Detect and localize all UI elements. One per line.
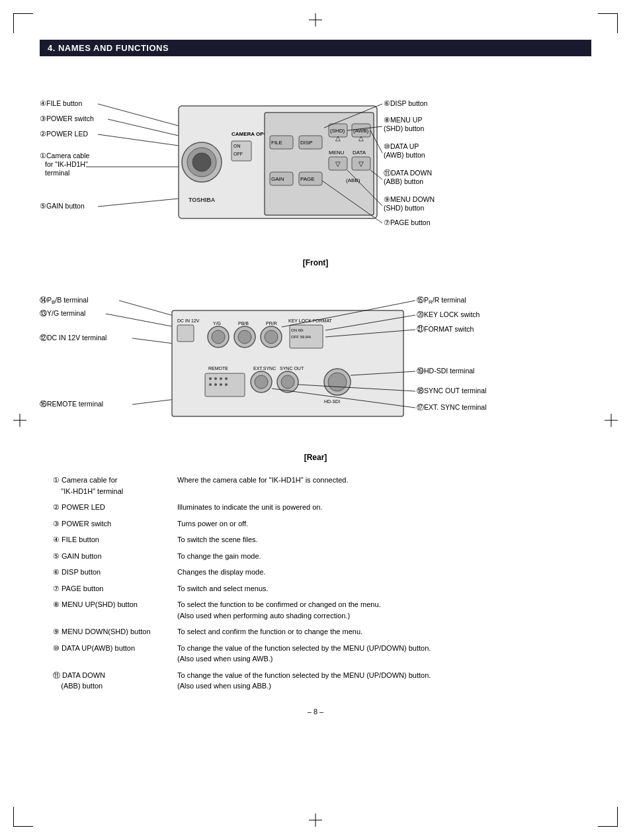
desc-row-8: ⑧ MENU UP(SHD) buttonTo select the funct… bbox=[40, 596, 591, 624]
svg-text:③POWER switch: ③POWER switch bbox=[40, 115, 94, 122]
crosshair-top bbox=[309, 13, 322, 26]
svg-text:DC IN 12V: DC IN 12V bbox=[177, 318, 200, 323]
desc-label: ⑩ DATA UP(AWB) button bbox=[40, 640, 172, 667]
svg-point-97 bbox=[209, 383, 212, 386]
rear-diagram-title: [Rear] bbox=[40, 453, 591, 462]
svg-point-96 bbox=[225, 377, 228, 380]
svg-text:⑬Y/G terminal: ⑬Y/G terminal bbox=[40, 309, 85, 317]
desc-text: To change the value of the function sele… bbox=[172, 667, 591, 694]
desc-text: To switch and select menus. bbox=[172, 581, 591, 597]
corner-mark-tr bbox=[598, 13, 618, 33]
svg-point-93 bbox=[209, 377, 212, 380]
description-table: ① Camera cable for "IK-HD1H" terminalWhe… bbox=[40, 472, 591, 694]
svg-text:⑱SYNC OUT terminal: ⑱SYNC OUT terminal bbox=[417, 387, 486, 395]
svg-point-100 bbox=[225, 383, 228, 386]
svg-text:GAIN: GAIN bbox=[271, 176, 284, 182]
svg-line-9 bbox=[98, 104, 179, 126]
corner-mark-tl bbox=[13, 13, 33, 33]
svg-text:SYNC OUT: SYNC OUT bbox=[280, 366, 304, 371]
svg-text:(SHD) button: (SHD) button bbox=[384, 124, 424, 132]
svg-point-102 bbox=[255, 375, 268, 389]
svg-text:FILE: FILE bbox=[271, 140, 282, 146]
svg-text:TOSHIBA: TOSHIBA bbox=[189, 197, 216, 203]
svg-text:DATA: DATA bbox=[353, 150, 366, 156]
desc-text: Changes the display mode. bbox=[172, 564, 591, 581]
front-diagram-title: [Front] bbox=[40, 258, 591, 267]
svg-text:④FILE button: ④FILE button bbox=[40, 99, 82, 107]
svg-text:(ABB) button: (ABB) button bbox=[384, 177, 423, 185]
svg-text:⑯REMOTE terminal: ⑯REMOTE terminal bbox=[40, 400, 103, 408]
desc-text: To change the gain mode. bbox=[172, 548, 591, 565]
svg-text:⑩DATA UP: ⑩DATA UP bbox=[384, 142, 419, 150]
desc-row-6: ⑥ DISP buttonChanges the display mode. bbox=[40, 564, 591, 581]
svg-text:⑮PR/R terminal: ⑮PR/R terminal bbox=[417, 296, 466, 305]
desc-row-3: ③ POWER switchTurns power on or off. bbox=[40, 516, 591, 532]
desc-text: To switch the scene files. bbox=[172, 532, 591, 548]
desc-label: ① Camera cable for "IK-HD1H" terminal bbox=[40, 472, 172, 499]
svg-line-13 bbox=[98, 134, 179, 146]
desc-label: ⑪ DATA DOWN (ABB) button bbox=[40, 667, 172, 694]
svg-text:PR/R: PR/R bbox=[266, 321, 277, 326]
svg-text:△: △ bbox=[358, 134, 364, 142]
svg-point-99 bbox=[220, 383, 222, 386]
svg-text:①Camera cable: ①Camera cable bbox=[40, 152, 90, 160]
svg-point-95 bbox=[220, 377, 222, 380]
desc-text: To select the function to be confirmed o… bbox=[172, 596, 591, 624]
desc-label: ⑤ GAIN button bbox=[40, 548, 172, 565]
svg-text:PAGE: PAGE bbox=[300, 176, 315, 182]
corner-mark-bl bbox=[13, 807, 33, 827]
svg-text:ON: ON bbox=[233, 144, 241, 148]
svg-text:ON  60i: ON 60i bbox=[291, 328, 304, 332]
svg-text:for "IK-HD1H": for "IK-HD1H" bbox=[45, 160, 88, 168]
front-svg: ④FILE button ③POWER switch ②POWER LED ①C… bbox=[40, 70, 589, 252]
desc-label: ⑨ MENU DOWN(SHD) button bbox=[40, 624, 172, 640]
desc-row-1: ① Camera cable for "IK-HD1H" terminalWhe… bbox=[40, 472, 591, 499]
rear-diagram: ⑭PB/B terminal ⑬Y/G terminal ⑫DC IN 12V … bbox=[40, 277, 591, 449]
svg-rect-75 bbox=[172, 310, 403, 416]
svg-text:⑥DISP button: ⑥DISP button bbox=[384, 99, 428, 107]
desc-label: ⑦ PAGE button bbox=[40, 581, 172, 597]
svg-text:⑰EXT. SYNC terminal: ⑰EXT. SYNC terminal bbox=[417, 403, 487, 411]
front-diagram: ④FILE button ③POWER switch ②POWER LED ①C… bbox=[40, 70, 591, 255]
svg-rect-77 bbox=[177, 325, 194, 342]
svg-text:⑳KEY LOCK switch: ⑳KEY LOCK switch bbox=[417, 310, 480, 318]
crosshair-left bbox=[13, 414, 26, 427]
svg-text:KEY LOCK  FORMAT: KEY LOCK FORMAT bbox=[288, 318, 333, 323]
svg-text:▽: ▽ bbox=[358, 160, 364, 167]
desc-label: ⑧ MENU UP(SHD) button bbox=[40, 596, 172, 624]
desc-row-10: ⑩ DATA UP(AWB) buttonTo change the value… bbox=[40, 640, 591, 667]
svg-point-105 bbox=[281, 375, 294, 389]
svg-point-98 bbox=[214, 383, 217, 386]
desc-label: ④ FILE button bbox=[40, 532, 172, 548]
svg-text:⑦PAGE button: ⑦PAGE button bbox=[384, 218, 431, 226]
svg-text:DISP: DISP bbox=[300, 140, 313, 146]
svg-line-11 bbox=[108, 119, 179, 136]
svg-text:⑨MENU DOWN: ⑨MENU DOWN bbox=[384, 195, 435, 203]
page-number: – 8 – bbox=[40, 708, 591, 716]
desc-text: Where the camera cable for "IK-HD1H" is … bbox=[172, 472, 591, 499]
desc-row-5: ⑤ GAIN buttonTo change the gain mode. bbox=[40, 548, 591, 565]
svg-point-81 bbox=[238, 330, 251, 344]
desc-label: ⑥ DISP button bbox=[40, 564, 172, 581]
svg-text:⑲HD-SDI terminal: ⑲HD-SDI terminal bbox=[417, 367, 474, 375]
desc-row-9: ⑨ MENU DOWN(SHD) buttonTo select and con… bbox=[40, 624, 591, 640]
crosshair-right bbox=[605, 414, 618, 427]
svg-text:(ABB): (ABB) bbox=[346, 177, 360, 183]
svg-text:⑭PB/B terminal: ⑭PB/B terminal bbox=[40, 296, 89, 305]
section-number: 4. bbox=[48, 43, 56, 53]
desc-text: To change the value of the function sele… bbox=[172, 640, 591, 667]
svg-text:㉑FORMAT switch: ㉑FORMAT switch bbox=[417, 325, 474, 333]
desc-row-7: ⑦ PAGE buttonTo switch and select menus. bbox=[40, 581, 591, 597]
svg-text:⑫DC IN 12V terminal: ⑫DC IN 12V terminal bbox=[40, 334, 106, 342]
svg-text:REMOTE: REMOTE bbox=[208, 366, 228, 371]
svg-text:⑤GAIN button: ⑤GAIN button bbox=[40, 202, 85, 210]
svg-text:(SHD): (SHD) bbox=[330, 128, 345, 134]
svg-text:⑪DATA DOWN: ⑪DATA DOWN bbox=[384, 169, 432, 177]
svg-text:②POWER LED: ②POWER LED bbox=[40, 130, 88, 138]
desc-row-2: ② POWER LEDIlluminates to indicate the u… bbox=[40, 499, 591, 516]
svg-text:(AWB) button: (AWB) button bbox=[384, 151, 425, 159]
svg-text:HD-SDI: HD-SDI bbox=[324, 399, 340, 404]
desc-row-11: ⑪ DATA DOWN (ABB) buttonTo change the va… bbox=[40, 667, 591, 694]
section-title: NAMES AND FUNCTIONS bbox=[58, 43, 169, 53]
svg-point-23 bbox=[192, 153, 211, 171]
